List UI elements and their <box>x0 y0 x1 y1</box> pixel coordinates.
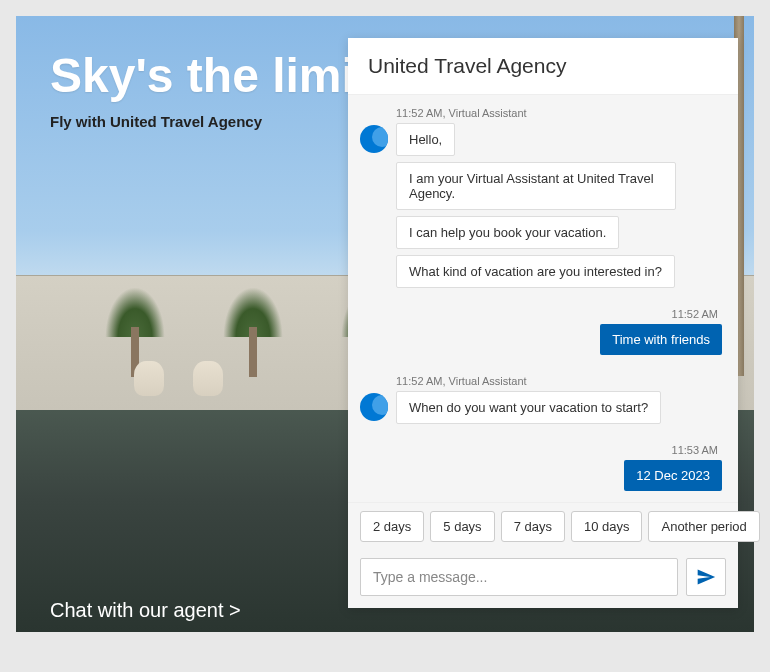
bot-message-bubble: When do you want your vacation to start? <box>396 391 661 424</box>
message-group-bot: 11:52 AM, Virtual Assistant Hello, I am … <box>364 107 722 294</box>
hero-text-block: Sky's the limit Fly with United Travel A… <box>50 50 371 130</box>
quick-reply-button[interactable]: Another period <box>648 511 759 542</box>
send-button[interactable] <box>686 558 726 596</box>
quick-reply-button[interactable]: 2 days <box>360 511 424 542</box>
bot-message-bubble: I am your Virtual Assistant at United Tr… <box>396 162 676 210</box>
page-container: Sky's the limit Fly with United Travel A… <box>0 0 770 672</box>
message-meta: 11:52 AM <box>364 308 718 320</box>
quick-reply-button[interactable]: 10 days <box>571 511 643 542</box>
chat-body[interactable]: 11:52 AM, Virtual Assistant Hello, I am … <box>348 95 738 502</box>
hero-title: Sky's the limit <box>50 50 371 103</box>
message-meta: 11:52 AM, Virtual Assistant <box>396 107 722 119</box>
bg-palm <box>223 287 283 367</box>
chat-input-row <box>348 550 738 608</box>
message-group-user: 11:52 AM Time with friends <box>364 308 722 361</box>
quick-reply-button[interactable]: 7 days <box>501 511 565 542</box>
bot-message-bubble: What kind of vacation are you interested… <box>396 255 675 288</box>
chat-with-agent-link[interactable]: Chat with our agent > <box>50 599 241 622</box>
bot-message-bubble: I can help you book your vacation. <box>396 216 619 249</box>
send-icon <box>696 567 716 587</box>
message-meta: 11:52 AM, Virtual Assistant <box>396 375 722 387</box>
bot-avatar-icon <box>360 393 388 421</box>
bg-pot <box>134 361 164 396</box>
message-group-bot: 11:52 AM, Virtual Assistant When do you … <box>364 375 722 430</box>
bot-message-bubble: Hello, <box>396 123 455 156</box>
bot-avatar-icon <box>360 125 388 153</box>
message-input[interactable] <box>360 558 678 596</box>
bg-palm <box>105 287 165 367</box>
quick-replies-row: 2 days 5 days 7 days 10 days Another per… <box>348 502 738 550</box>
chat-panel: United Travel Agency 11:52 AM, Virtual A… <box>348 38 738 608</box>
user-message-bubble: Time with friends <box>600 324 722 355</box>
message-meta: 11:53 AM <box>364 444 718 456</box>
user-message-bubble: 12 Dec 2023 <box>624 460 722 491</box>
bg-pot <box>193 361 223 396</box>
message-group-user: 11:53 AM 12 Dec 2023 <box>364 444 722 497</box>
hero-subtitle: Fly with United Travel Agency <box>50 113 371 130</box>
chat-header-title: United Travel Agency <box>348 38 738 95</box>
quick-reply-button[interactable]: 5 days <box>430 511 494 542</box>
